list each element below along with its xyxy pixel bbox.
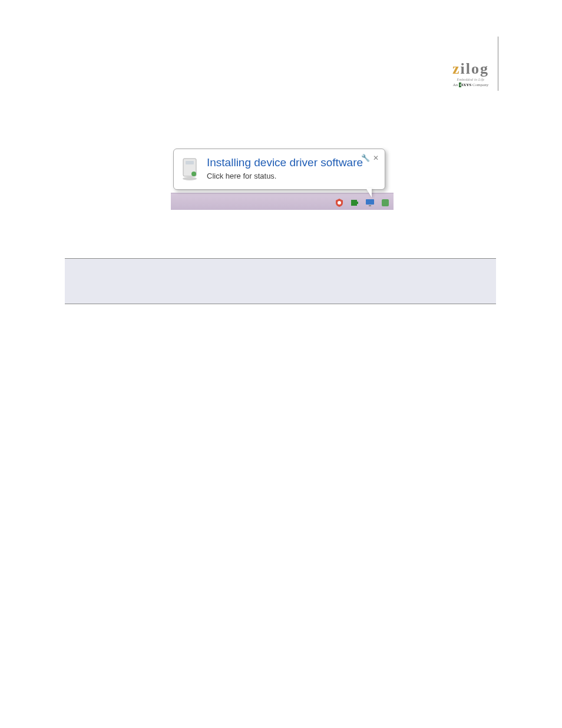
security-icon[interactable] (335, 198, 344, 207)
logo-ixys-text: IXYS (461, 83, 471, 87)
notification-balloon[interactable]: Installing device driver software Click … (173, 149, 385, 190)
wrench-icon[interactable]: 🔧 (361, 154, 369, 162)
horizontal-rule-bottom (65, 304, 496, 304)
balloon-tail (366, 188, 372, 197)
balloon-title: Installing device driver software (207, 156, 363, 169)
driver-install-screenshot: Installing device driver software Click … (171, 149, 394, 210)
svg-rect-3 (366, 199, 374, 205)
taskbar (171, 193, 394, 210)
svg-rect-5 (382, 199, 389, 206)
svg-rect-1 (351, 200, 357, 206)
battery-icon[interactable] (350, 198, 359, 207)
logo-company-suffix: Company (471, 83, 488, 87)
svg-point-0 (338, 201, 341, 205)
svg-point-9 (191, 172, 196, 176)
zilog-logo: zilog Embedded in Life An IIXYS Company (445, 61, 496, 87)
svg-rect-4 (369, 205, 371, 206)
balloon-subtitle: Click here for status. (207, 172, 277, 180)
logo-letter-z: z (452, 60, 461, 77)
system-tray (335, 198, 390, 207)
logo-rest: ilog (461, 60, 489, 77)
svg-rect-7 (186, 161, 194, 164)
device-icon (180, 157, 200, 181)
unknown-icon[interactable] (381, 198, 390, 207)
svg-point-8 (183, 177, 197, 180)
display-icon[interactable] (365, 198, 375, 207)
logo-tagline: Embedded in Life (445, 78, 496, 81)
horizontal-rule-top (65, 258, 496, 259)
shaded-band (65, 259, 496, 304)
header-vertical-rule (498, 37, 498, 91)
svg-rect-2 (357, 202, 358, 204)
logo-company-prefix: An (453, 83, 459, 87)
balloon-controls: 🔧 ✕ (361, 154, 380, 162)
close-icon[interactable]: ✕ (372, 154, 380, 162)
logo-company-line: An IIXYS Company (445, 83, 496, 87)
logo-wordmark: zilog (445, 61, 496, 77)
